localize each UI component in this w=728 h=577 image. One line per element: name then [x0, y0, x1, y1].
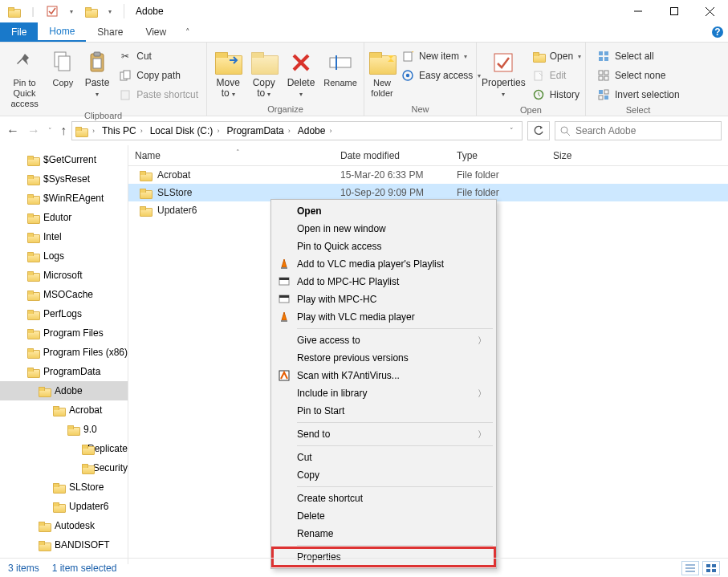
close-button[interactable] — [692, 0, 728, 22]
context-item[interactable]: Restore previous versions — [273, 349, 494, 367]
navigation-tree[interactable]: $GetCurrent$SysReset$WinREAgentEdutorInt… — [0, 145, 128, 564]
refresh-button[interactable] — [527, 121, 550, 140]
nav-forward-button[interactable]: → — [27, 124, 40, 138]
svg-rect-28 — [599, 57, 603, 61]
move-to-button[interactable]: Move to ▾ — [212, 46, 244, 100]
easy-access-button[interactable]: Easy access ▾ — [398, 67, 484, 84]
context-item[interactable]: Play with MPC-HC — [273, 291, 494, 308]
tab-view[interactable]: View — [134, 22, 177, 42]
context-item[interactable]: Open — [273, 202, 494, 220]
properties-button[interactable]: Properties▾ — [482, 46, 526, 100]
view-large-button[interactable] — [702, 561, 720, 575]
crumb-programdata[interactable]: ProgramData› — [225, 125, 294, 136]
help-icon[interactable]: ? — [707, 22, 728, 42]
open-button[interactable]: Open ▾ — [529, 47, 584, 65]
context-item[interactable]: Pin to Quick access — [273, 238, 494, 255]
tree-item[interactable]: BANDISOFT — [0, 535, 128, 555]
nav-up-button[interactable]: ↑ — [60, 124, 67, 138]
copy-path-button[interactable]: Copy path — [116, 67, 201, 84]
context-item[interactable]: Send to〉 — [273, 425, 494, 443]
tree-item[interactable]: Logs — [0, 246, 128, 266]
svg-rect-44 — [279, 295, 289, 298]
col-date[interactable]: Date modified — [334, 150, 450, 161]
new-folder-button[interactable]: New folder — [369, 46, 395, 99]
tree-item[interactable]: Program Files (x86) — [0, 343, 128, 362]
context-item[interactable]: Add to VLC media player's Playlist — [273, 255, 494, 273]
context-item[interactable]: Copy — [273, 466, 494, 484]
address-dropdown[interactable]: ˅ — [505, 127, 519, 135]
context-item[interactable]: Cut — [273, 449, 494, 466]
tree-item[interactable]: Security — [0, 458, 128, 477]
tree-item[interactable]: Program Files — [0, 323, 128, 343]
ribbon-collapse-icon[interactable]: ˄ — [177, 22, 198, 42]
tree-item[interactable]: SLStore — [0, 477, 128, 497]
col-size[interactable]: Size — [547, 150, 611, 161]
tree-item[interactable]: $WinREAgent — [0, 189, 128, 208]
nav-recent-dropdown[interactable]: ˅ — [48, 127, 52, 135]
tree-item[interactable]: Acrobat — [0, 400, 128, 420]
crumb-local-disk[interactable]: Local Disk (C:)› — [148, 125, 224, 136]
tree-item[interactable]: PerfLogs — [0, 304, 128, 323]
context-item[interactable]: Add to MPC-HC Playlist — [273, 273, 494, 291]
qat-folder-icon[interactable] — [5, 2, 22, 20]
qat-properties-icon[interactable] — [43, 2, 61, 20]
tab-share[interactable]: Share — [86, 22, 134, 42]
context-item[interactable]: Delete — [273, 507, 494, 525]
tree-item[interactable]: $GetCurrent — [0, 150, 128, 169]
delete-icon — [291, 49, 311, 76]
nav-back-button[interactable]: ← — [6, 124, 19, 138]
new-item-button[interactable]: ✦New item ▾ — [398, 47, 484, 65]
tree-item[interactable]: Updater6 — [0, 497, 128, 516]
rename-button[interactable]: Rename — [322, 46, 359, 88]
qat-folder2-icon[interactable] — [82, 2, 100, 20]
tree-item[interactable]: Autodesk — [0, 516, 128, 535]
tree-item[interactable]: Adobe — [0, 381, 128, 400]
svg-point-38 — [561, 127, 567, 133]
invert-selection-button[interactable]: Invert selection — [594, 86, 683, 104]
col-name[interactable]: Name˄ — [128, 150, 334, 161]
folder-icon — [53, 483, 64, 492]
tab-home[interactable]: Home — [38, 22, 86, 42]
select-all-button[interactable]: Select all — [594, 47, 683, 65]
table-row[interactable]: Acrobat15-Mar-20 6:33 PMFile folder — [128, 166, 728, 184]
context-item[interactable]: Play with VLC media player — [273, 308, 494, 326]
qat-customize-dropdown[interactable]: ▾ — [101, 2, 119, 20]
tree-item[interactable]: 9.0 — [0, 420, 128, 439]
context-item[interactable]: Give access to〉 — [273, 331, 494, 349]
crumb-adobe[interactable]: Adobe› — [296, 125, 336, 136]
context-item[interactable]: Pin to Start — [273, 402, 494, 420]
edit-button[interactable]: Edit — [529, 67, 584, 84]
copy-button[interactable]: Copy — [47, 46, 79, 88]
tree-item[interactable]: ProgramData — [0, 362, 128, 381]
col-type[interactable]: Type — [450, 150, 547, 161]
address-bar[interactable]: › This PC› Local Disk (C:)› ProgramData›… — [71, 121, 523, 140]
tree-item[interactable]: Replicate — [0, 439, 128, 458]
select-none-button[interactable]: Select none — [594, 67, 683, 84]
context-item[interactable]: Scan with K7AntiVirus... — [273, 367, 494, 384]
context-item[interactable]: Rename — [273, 525, 494, 542]
history-button[interactable]: History — [529, 86, 584, 104]
minimize-button[interactable] — [620, 0, 656, 22]
context-item[interactable]: Include in library〉 — [273, 384, 494, 402]
search-input[interactable] — [575, 125, 716, 136]
crumb-this-pc[interactable]: This PC› — [100, 125, 147, 136]
paste-button[interactable]: Paste▾ — [82, 46, 113, 100]
qat-dropdown[interactable]: ▾ — [63, 2, 80, 20]
cut-button[interactable]: ✂Cut — [116, 47, 201, 65]
search-box[interactable] — [555, 121, 722, 140]
tree-item[interactable]: Edutor — [0, 208, 128, 227]
tree-item[interactable]: MSOCache — [0, 285, 128, 304]
tree-item[interactable]: Microsoft — [0, 266, 128, 285]
tab-file[interactable]: File — [0, 22, 38, 42]
tree-item[interactable]: $SysReset — [0, 169, 128, 189]
pin-to-quick-access-button[interactable]: Pin to Quick access — [5, 46, 44, 109]
context-item[interactable]: Open in new window — [273, 220, 494, 238]
delete-button[interactable]: Delete▾ — [283, 46, 319, 100]
copy-to-button[interactable]: Copy to ▾ — [247, 46, 279, 100]
context-item[interactable]: Create shortcut — [273, 490, 494, 507]
maximize-button[interactable] — [656, 0, 692, 22]
paste-shortcut-button[interactable]: Paste shortcut — [116, 86, 201, 104]
tree-item[interactable]: Intel — [0, 227, 128, 246]
view-details-button[interactable] — [681, 561, 699, 575]
context-item-label: Open — [297, 205, 322, 217]
